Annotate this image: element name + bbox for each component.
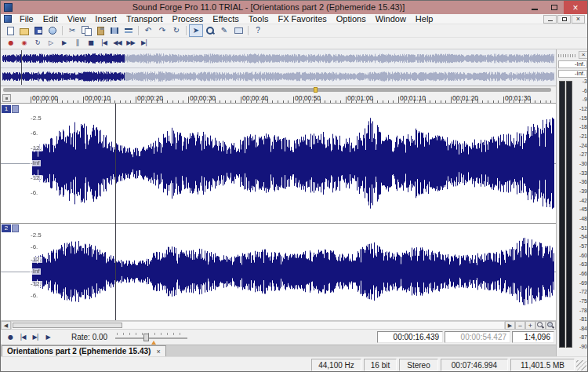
mini-play-button[interactable]: ▶ (42, 332, 54, 343)
close-button[interactable]: × (564, 1, 587, 14)
waveform-channel-1[interactable] (1, 104, 556, 223)
overview-bar[interactable] (1, 49, 556, 86)
open-file-button[interactable] (17, 24, 31, 37)
minimize-button[interactable] (524, 1, 544, 14)
document-tab[interactable]: Orientations part 2 (Ephemeride 15.43) × (2, 345, 166, 356)
new-file-button[interactable] (3, 24, 17, 37)
status-segments: 44,100 Hz16 bitStereo00:07:46.99411,401.… (311, 359, 575, 371)
mix-button[interactable] (122, 24, 136, 37)
play-all-button[interactable]: ▷ (44, 38, 57, 49)
menu-insert[interactable]: Insert (90, 14, 122, 24)
menu-process[interactable]: Process (168, 14, 209, 24)
menu-tools[interactable]: Tools (244, 14, 274, 24)
fast-forward-button[interactable]: ▶▶ (124, 38, 137, 49)
stop-button[interactable]: ■ (84, 38, 97, 49)
mdi-minimize-button[interactable] (543, 15, 557, 24)
menu-fx-favorites[interactable]: FX Favorites (273, 14, 331, 24)
repeat-button[interactable]: ↻ (169, 24, 183, 37)
position-bar[interactable] (1, 86, 556, 93)
rate-slider-handle[interactable] (143, 334, 149, 341)
copy-button[interactable] (79, 24, 93, 37)
channel-2-menu-button[interactable] (12, 224, 19, 232)
zoom-out-button[interactable]: − (515, 321, 525, 330)
channel-2-badge[interactable]: 2 (2, 224, 11, 232)
loop-playback-button[interactable]: ↻ (31, 38, 44, 49)
meter-grip[interactable] (558, 54, 577, 57)
paste-button[interactable] (93, 24, 107, 37)
menu-help[interactable]: Help (411, 14, 438, 24)
toolbar-separator (138, 26, 139, 35)
scroll-left-button[interactable]: ◀ (1, 321, 11, 330)
overview-waveform-canvas[interactable] (1, 49, 556, 86)
position-track[interactable] (3, 88, 551, 92)
horizontal-scrollbar[interactable]: ◀ ▶ − + (1, 320, 556, 330)
menu-view[interactable]: View (63, 14, 91, 24)
whats-this-help-button[interactable]: ? (251, 24, 265, 37)
mini-go-to-end-button[interactable]: ▶| (29, 332, 42, 343)
scroll-right-button[interactable]: ▶ (505, 321, 515, 330)
meter-scale-label: -69 (573, 280, 587, 286)
new-file-icon (7, 27, 14, 35)
ruler-tick (220, 100, 220, 103)
meter-scale-label: -57 (573, 243, 587, 249)
menu-window[interactable]: Window (371, 14, 411, 24)
meter-scale-label: -75 (573, 298, 587, 304)
mini-record-button[interactable]: ● (4, 332, 16, 343)
zoom-ratio-box[interactable]: 1:4,096 (512, 331, 554, 343)
mdi-restore-button[interactable] (557, 15, 571, 24)
trim-button[interactable] (107, 24, 122, 37)
arm-record-button[interactable]: ◉ (17, 38, 31, 49)
cursor-position-box[interactable]: 00:00:16.439 (377, 331, 443, 343)
undo-button[interactable]: ↶ (141, 24, 155, 37)
menu-effects[interactable]: Effects (208, 14, 243, 24)
channel-1-menu-button[interactable] (12, 105, 19, 113)
status-sample-rate: 44,100 Hz (311, 359, 361, 371)
play-meter-panel: × -Inf.-Inf.-3-6-9-12-15-18-21-24-27-30-… (556, 49, 588, 356)
zoom-window-button[interactable] (546, 321, 556, 330)
redo-button[interactable]: ↷ (155, 24, 169, 37)
magnify-tool-button[interactable] (203, 24, 217, 37)
open-file-icon (20, 28, 29, 35)
zoom-in-button[interactable]: + (525, 321, 535, 330)
cut-button[interactable]: ✂ (65, 24, 79, 37)
meter-bar-right (566, 81, 572, 348)
ruler-tick (398, 97, 399, 103)
playhead-cursor[interactable] (115, 104, 116, 320)
ruler-tick (136, 97, 136, 103)
record-button[interactable]: ● (4, 38, 17, 49)
save-file-button[interactable] (31, 24, 45, 37)
pencil-tool-button[interactable]: ✎ (217, 24, 231, 37)
scroll-track[interactable] (11, 321, 505, 330)
publish-button[interactable] (45, 24, 60, 37)
menu-options[interactable]: Options (332, 14, 371, 24)
meter-readout-right: -Inf. (558, 70, 587, 78)
meter-close-button[interactable]: × (579, 51, 588, 59)
snap-toggle-button[interactable] (2, 94, 11, 102)
maximize-button[interactable] (544, 1, 564, 14)
channel-1-badge[interactable]: 1 (2, 105, 11, 113)
waveform-display[interactable]: 1-2.5-6.-12.-Inf-12.-6.2-2.5-6.-12.-Inf-… (1, 104, 556, 320)
go-to-start-button[interactable]: |◀ (97, 38, 111, 49)
meter-scale-label: -63 (573, 261, 587, 267)
envelope-tool-button[interactable] (231, 24, 245, 37)
waveform-channel-2[interactable] (1, 223, 556, 320)
ruler-tick (183, 100, 183, 103)
menu-edit[interactable]: Edit (38, 14, 63, 24)
play-button[interactable]: ▶ (57, 38, 71, 49)
rate-slider[interactable] (115, 331, 187, 343)
mdi-close-button[interactable]: × (572, 15, 585, 24)
mini-go-to-start-button[interactable]: |◀ (16, 332, 29, 343)
rewind-button[interactable]: ◀◀ (111, 38, 124, 49)
scroll-thumb[interactable] (13, 323, 122, 328)
edit-tool-button[interactable]: ➤ (189, 24, 203, 37)
ruler-tick (78, 100, 78, 103)
tab-close-button[interactable]: × (156, 348, 160, 356)
pause-button[interactable]: || (71, 38, 84, 49)
resize-grip[interactable] (576, 360, 586, 370)
zoom-selection-button[interactable] (535, 321, 546, 330)
selection-end-box[interactable]: 00:00:54.427 (445, 331, 510, 343)
go-to-end-button[interactable]: ▶| (137, 38, 151, 49)
time-ruler[interactable]: 00:00:0000:00:1000:00:2000:00:3000:00:40… (1, 93, 556, 104)
menu-transport[interactable]: Transport (122, 14, 168, 24)
menu-file[interactable]: File (15, 14, 38, 24)
